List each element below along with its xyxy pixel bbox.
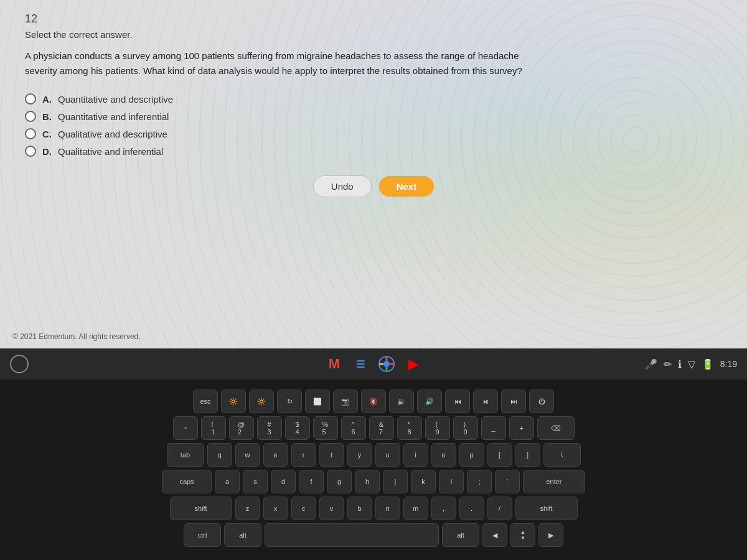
key-h[interactable]: h bbox=[355, 470, 380, 493]
key-o[interactable]: o bbox=[431, 443, 456, 467]
docs-icon[interactable]: ☰ bbox=[350, 353, 371, 375]
key-f4[interactable]: ⬜ bbox=[305, 390, 330, 413]
key-right[interactable]: ▶ bbox=[538, 523, 563, 547]
key-8[interactable]: *8 bbox=[397, 416, 422, 440]
key-f[interactable]: f bbox=[299, 470, 324, 493]
key-z[interactable]: z bbox=[235, 497, 260, 520]
key-f10[interactable]: ⏯ bbox=[473, 390, 498, 413]
key-enter[interactable]: enter bbox=[523, 470, 585, 493]
gmail-icon[interactable]: M bbox=[324, 353, 345, 375]
key-minus[interactable]: _ bbox=[481, 416, 506, 440]
key-n[interactable]: n bbox=[375, 497, 400, 520]
key-j[interactable]: j bbox=[383, 470, 408, 493]
question-text: A physician conducts a survey among 100 … bbox=[25, 49, 523, 78]
time-display: 8:19 bbox=[720, 359, 737, 369]
pen-icon[interactable]: ✏ bbox=[664, 358, 672, 370]
key-caps[interactable]: caps bbox=[162, 470, 212, 493]
key-g[interactable]: g bbox=[327, 470, 352, 493]
key-alt-r[interactable]: alt bbox=[442, 523, 479, 547]
key-p[interactable]: p bbox=[459, 443, 484, 467]
keyboard-row-6: ctrl alt alt ◀ ▲▼ ▶ bbox=[184, 523, 563, 547]
key-2[interactable]: @2 bbox=[229, 416, 254, 440]
key-plus[interactable]: + bbox=[509, 416, 534, 440]
undo-button[interactable]: Undo bbox=[313, 175, 372, 197]
key-lshift[interactable]: shift bbox=[170, 497, 232, 520]
key-0[interactable]: )0 bbox=[453, 416, 478, 440]
key-r[interactable]: r bbox=[291, 443, 316, 467]
key-f5[interactable]: 📷 bbox=[333, 390, 358, 413]
home-button[interactable] bbox=[10, 355, 29, 373]
key-e[interactable]: e bbox=[263, 443, 288, 467]
youtube-icon[interactable]: ▶ bbox=[402, 353, 423, 375]
key-7[interactable]: &7 bbox=[369, 416, 394, 440]
option-d[interactable]: D. Qualitative and inferential bbox=[25, 146, 722, 157]
key-f6[interactable]: 🔇 bbox=[361, 390, 386, 413]
key-v[interactable]: v bbox=[319, 497, 344, 520]
radio-c[interactable] bbox=[25, 128, 36, 139]
info-icon: ℹ bbox=[678, 358, 682, 370]
chrome-icon[interactable] bbox=[376, 353, 397, 375]
taskbar-right: 🎤 ✏ ℹ ▽ 🔋 8:19 bbox=[645, 358, 737, 370]
key-f8[interactable]: 🔊 bbox=[417, 390, 442, 413]
next-button[interactable]: Next bbox=[379, 176, 435, 197]
option-c[interactable]: C. Qualitative and descriptive bbox=[25, 128, 722, 139]
key-l[interactable]: l bbox=[439, 470, 464, 493]
key-6[interactable]: ^6 bbox=[341, 416, 366, 440]
key-q[interactable]: q bbox=[207, 443, 232, 467]
key-up-down[interactable]: ▲▼ bbox=[510, 523, 535, 547]
key-tilde[interactable]: ~ bbox=[173, 416, 198, 440]
key-s[interactable]: s bbox=[243, 470, 268, 493]
key-f3[interactable]: ↻ bbox=[277, 390, 302, 413]
key-w[interactable]: w bbox=[235, 443, 260, 467]
key-backslash[interactable]: \ bbox=[543, 443, 581, 467]
key-f11[interactable]: ⏭ bbox=[501, 390, 526, 413]
key-alt[interactable]: alt bbox=[224, 523, 261, 547]
key-backspace[interactable]: ⌫ bbox=[537, 416, 575, 440]
key-ctrl[interactable]: ctrl bbox=[184, 523, 221, 547]
key-slash[interactable]: / bbox=[487, 497, 512, 520]
button-row: Undo Next bbox=[25, 175, 722, 197]
key-f1[interactable]: 🔆 bbox=[221, 390, 246, 413]
key-y[interactable]: y bbox=[347, 443, 372, 467]
microphone-icon[interactable]: 🎤 bbox=[645, 358, 657, 370]
option-b[interactable]: B. Quantitative and inferential bbox=[25, 111, 722, 122]
radio-b[interactable] bbox=[25, 111, 36, 122]
key-u[interactable]: u bbox=[375, 443, 400, 467]
key-f2[interactable]: 🔆 bbox=[249, 390, 274, 413]
key-rshift[interactable]: shift bbox=[515, 497, 578, 520]
key-f9[interactable]: ⏮ bbox=[445, 390, 470, 413]
key-a[interactable]: a bbox=[215, 470, 240, 493]
key-semicolon[interactable]: ; bbox=[467, 470, 492, 493]
key-i[interactable]: i bbox=[403, 443, 428, 467]
key-9[interactable]: (9 bbox=[425, 416, 450, 440]
key-esc[interactable]: esc bbox=[193, 390, 218, 413]
key-3[interactable]: #3 bbox=[257, 416, 282, 440]
key-c[interactable]: c bbox=[291, 497, 316, 520]
key-f7[interactable]: 🔉 bbox=[389, 390, 414, 413]
key-lbracket[interactable]: [ bbox=[487, 443, 512, 467]
key-comma[interactable]: , bbox=[431, 497, 456, 520]
key-left[interactable]: ◀ bbox=[482, 523, 507, 547]
key-power[interactable]: ⏻ bbox=[529, 390, 554, 413]
key-1[interactable]: !1 bbox=[201, 416, 226, 440]
key-quote[interactable]: ' bbox=[495, 470, 520, 493]
radio-d[interactable] bbox=[25, 146, 36, 157]
key-x[interactable]: x bbox=[263, 497, 288, 520]
key-b[interactable]: b bbox=[347, 497, 372, 520]
key-tab[interactable]: tab bbox=[167, 443, 204, 467]
wifi-icon[interactable]: ▽ bbox=[688, 358, 695, 370]
content-area: 12 Select the correct answer. A physicia… bbox=[0, 0, 747, 210]
key-period[interactable]: . bbox=[459, 497, 484, 520]
radio-a[interactable] bbox=[25, 93, 36, 105]
option-a[interactable]: A. Quantitative and descriptive bbox=[25, 93, 722, 105]
key-d[interactable]: d bbox=[271, 470, 296, 493]
key-t[interactable]: t bbox=[319, 443, 344, 467]
answer-options: A. Quantitative and descriptive B. Quant… bbox=[25, 93, 722, 157]
key-rbracket[interactable]: ] bbox=[515, 443, 540, 467]
option-d-text: Qualitative and inferential bbox=[58, 146, 163, 157]
key-4[interactable]: $4 bbox=[285, 416, 310, 440]
key-m[interactable]: m bbox=[403, 497, 428, 520]
key-k[interactable]: k bbox=[411, 470, 436, 493]
key-space[interactable] bbox=[265, 523, 439, 547]
key-5[interactable]: %5 bbox=[313, 416, 338, 440]
